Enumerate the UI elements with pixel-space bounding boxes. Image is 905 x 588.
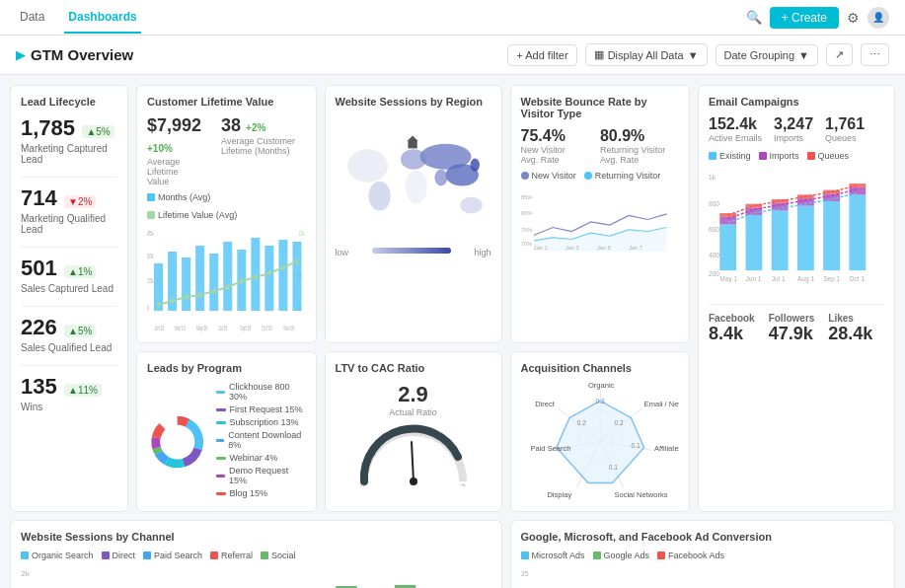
lead-lifecycle-card: Lead Lifecycle 1,785 ▲5% Marketing Captu… — [10, 85, 128, 512]
sessions-channel-title: Website Sessions by Channel — [21, 531, 491, 543]
svg-text:Aug 1: Aug 1 — [797, 275, 814, 283]
add-filter-button[interactable]: + Add filter — [507, 44, 576, 66]
svg-point-44 — [434, 170, 447, 186]
svg-text:75%: 75% — [521, 227, 532, 233]
svg-rect-64 — [745, 215, 762, 270]
svg-rect-73 — [823, 201, 840, 270]
tab-data[interactable]: Data — [16, 2, 48, 34]
svg-text:85%: 85% — [521, 194, 532, 200]
sessions-channel-card: Website Sessions by Channel Organic Sear… — [10, 520, 502, 588]
share-button[interactable]: ↗ — [826, 43, 853, 66]
acquisition-card: Acquisition Channels — [510, 351, 691, 512]
create-button[interactable]: + Create — [770, 7, 839, 29]
bounce-rate-title: Website Bounce Rate by Visitor Type — [521, 96, 680, 119]
svg-point-20 — [185, 294, 188, 300]
svg-point-93 — [410, 478, 417, 485]
world-map — [336, 120, 491, 239]
svg-text:70%: 70% — [521, 241, 532, 247]
svg-text:800: 800 — [709, 200, 719, 207]
tab-dashboards[interactable]: Dashboards — [64, 2, 140, 34]
donut-chart — [147, 407, 208, 477]
svg-rect-11 — [209, 254, 218, 311]
metric-wins: 135 ▲11% Wins — [21, 374, 117, 412]
followers-stat: Followers 47.9k — [769, 313, 825, 344]
svg-text:0: 0 — [147, 303, 150, 312]
facebook-stat: Facebook 8.4k — [709, 313, 765, 344]
svg-point-22 — [212, 288, 215, 294]
svg-text:13k: 13k — [298, 228, 305, 237]
gauge-chart: 0 3 — [354, 417, 473, 486]
email-stat-queues: 1,761 Queues — [825, 115, 865, 143]
metric-sales-qualified: 226 ▲5% Sales Qualified Lead — [21, 315, 117, 353]
svg-text:45k: 45k — [147, 228, 154, 237]
svg-point-21 — [198, 292, 201, 298]
more-button[interactable]: ⋯ — [861, 43, 889, 66]
svg-text:80%: 80% — [521, 210, 532, 216]
svg-text:Jun 1: Jun 1 — [745, 275, 761, 282]
svg-text:Organic: Organic — [587, 381, 614, 390]
svg-text:Social Networks: Social Networks — [614, 490, 667, 499]
user-avatar[interactable]: 👤 — [867, 7, 889, 29]
ltv-chart: 45k 30k 15k 0 13k 8k 3k — [147, 224, 306, 332]
svg-text:Oct'19: Oct'19 — [262, 325, 271, 332]
svg-text:Affiliates / Partners: Affiliates / Partners — [654, 444, 679, 453]
svg-text:Display: Display — [547, 490, 571, 499]
lead-lifecycle-title: Lead Lifecycle — [21, 96, 117, 108]
settings-icon[interactable]: ⚙ — [847, 10, 860, 26]
email-stat-imports: 3,247 Imports — [774, 115, 813, 143]
svg-point-24 — [240, 278, 243, 284]
svg-rect-12 — [223, 242, 232, 311]
svg-rect-76 — [849, 194, 866, 270]
svg-point-43 — [470, 159, 479, 172]
ltv-stat-value: $7,992 +10% Average Lifetime Value — [147, 115, 201, 186]
display-all-data-button[interactable]: ▦ Display All Data ▼ — [585, 43, 708, 66]
acquisition-title: Acquisition Channels — [521, 362, 680, 374]
social-stats: Facebook 8.4k Followers 47.9k Likes 28.4… — [709, 304, 884, 344]
bounce-rate-card: Website Bounce Rate by Visitor Type 75.4… — [510, 85, 691, 343]
svg-rect-17 — [292, 242, 301, 311]
donut-chart-wrap: Clickhouse 800 30% First Request 15% Sub… — [147, 382, 306, 501]
svg-text:Jan 5: Jan 5 — [597, 245, 611, 251]
map-legend: low high — [336, 248, 491, 257]
svg-point-28 — [295, 258, 298, 264]
page-title: GTM Overview — [31, 46, 133, 63]
breadcrumb-arrow: ▶ — [16, 48, 25, 62]
likes-stat: Likes 28.4k — [828, 313, 884, 344]
svg-point-27 — [281, 264, 284, 270]
svg-point-19 — [171, 298, 174, 304]
svg-text:Jul 1: Jul 1 — [772, 275, 786, 282]
svg-rect-10 — [195, 246, 204, 311]
email-campaigns-title: Email Campaigns — [709, 96, 884, 108]
sessions-chart: 2k 1.5k 1k 500 — [21, 564, 491, 588]
leads-program-title: Leads by Program — [147, 362, 306, 374]
ad-conversion-chart: 25 20 15 10 5 — [521, 564, 885, 588]
svg-text:3: 3 — [461, 482, 466, 486]
metric-marketing-qualified: 714 ▼2% Marketing Qualified Lead — [21, 185, 117, 235]
svg-text:0.1: 0.1 — [608, 464, 617, 471]
page-header: ▶ GTM Overview + Add filter ▦ Display Al… — [0, 36, 905, 75]
svg-rect-16 — [278, 240, 287, 311]
email-chart: 1k 800 600 400 200 — [709, 165, 884, 293]
acquisition-radar: Organic Email / Newsletter Affiliates / … — [521, 377, 680, 505]
svg-point-25 — [254, 274, 257, 280]
svg-text:Paid Search: Paid Search — [530, 444, 570, 453]
leads-program-card: Leads by Program Clickhouse 800 30% Firs… — [136, 351, 317, 512]
svg-rect-9 — [182, 257, 190, 311]
date-grouping-button[interactable]: Date Grouping ▼ — [716, 44, 818, 66]
donut-legend: Clickhouse 800 30% First Request 15% Sub… — [216, 382, 306, 501]
svg-rect-67 — [772, 210, 789, 270]
svg-point-36 — [347, 149, 388, 182]
svg-rect-46 — [408, 141, 416, 148]
svg-marker-45 — [407, 135, 417, 141]
svg-text:Jan'19: Jan'19 — [154, 325, 164, 332]
search-icon[interactable]: 🔍 — [746, 10, 762, 25]
ad-conversion-card: Google, Microsoft, and Facebook Ad Conve… — [510, 520, 896, 588]
svg-text:Mar'19: Mar'19 — [175, 325, 186, 332]
map-container — [336, 115, 491, 244]
svg-text:0.1: 0.1 — [631, 442, 640, 449]
svg-point-23 — [226, 284, 229, 290]
ltv-cac-title: LTV to CAC Ratio — [336, 362, 491, 374]
svg-text:Jan 7: Jan 7 — [629, 245, 642, 251]
svg-text:Sep 1: Sep 1 — [823, 275, 840, 283]
bounce-stat-returning: 80.9% Returning Visitor Avg. Rate — [600, 127, 679, 165]
